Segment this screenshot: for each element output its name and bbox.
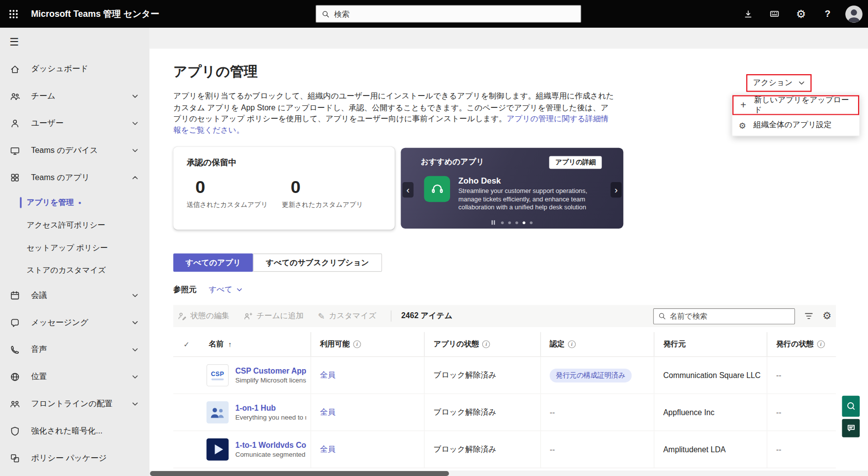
app-subtitle: Everything you need to r	[235, 414, 306, 422]
chevron-down-icon	[132, 346, 138, 353]
customize-button[interactable]: ✎ カスタマイズ	[318, 311, 376, 321]
column-header-publisher[interactable]: 発行元	[654, 332, 767, 356]
filter-button[interactable]	[804, 311, 814, 321]
global-search-input[interactable]	[334, 9, 575, 18]
carousel-prev-button[interactable]: ‹	[403, 182, 413, 197]
horizontal-scrollbar-thumb[interactable]	[150, 471, 449, 476]
carousel-title: おすすめのアプリ	[421, 157, 484, 167]
sidebar-item-policy-packages[interactable]: ポリシー パッケージ	[0, 444, 149, 472]
publisher: Amplitudenet LDA	[654, 431, 767, 468]
carousel-dot[interactable]	[515, 221, 518, 224]
sidebar-collapse-button[interactable]: ☰	[0, 28, 149, 55]
origin-filter-dropdown[interactable]: すべて	[209, 285, 242, 294]
sidebar-subitem-permission-policies[interactable]: アクセス許可ポリシー	[0, 214, 149, 237]
carousel-dot[interactable]	[508, 221, 511, 224]
table-row[interactable]: 1-on-1 Hub Everything you need to r 全員 ブ…	[173, 394, 836, 431]
sidebar-item-teams-apps[interactable]: Teams のアプリ	[0, 164, 149, 191]
chevron-down-icon	[236, 286, 242, 292]
sidebar-item-enhanced-encryption[interactable]: 強化された暗号化...	[0, 417, 149, 444]
page-description: アプリを割り当てるかブロックして、組織内のユーザー用にインストールできるアプリを…	[173, 90, 616, 136]
info-icon[interactable]: i	[817, 340, 825, 348]
account-avatar[interactable]	[845, 5, 863, 23]
sidebar-item-teams-devices[interactable]: Teams のデバイス	[0, 137, 149, 164]
row-checkbox[interactable]	[173, 431, 200, 468]
sidebar-subitem-manage-apps[interactable]: アプリを管理 ●	[0, 191, 149, 214]
column-header-publish-status[interactable]: 発行の状態 i	[767, 332, 836, 356]
app-name-link[interactable]: 1-on-1 Hub	[235, 403, 306, 412]
add-to-team-icon	[244, 312, 253, 321]
sidebar-item-teams[interactable]: チーム	[0, 83, 149, 110]
column-header-app-state[interactable]: アプリの状態 i	[424, 332, 540, 356]
keyboard-button[interactable]	[764, 3, 786, 25]
info-icon[interactable]: i	[482, 340, 490, 348]
topbar-actions: ⚙ ?	[737, 0, 863, 28]
table-search-input[interactable]	[670, 312, 790, 320]
sidebar-item-dashboard[interactable]: ダッシュボード	[0, 55, 149, 83]
select-all-checkbox[interactable]: ✓	[173, 332, 200, 356]
waffle-menu-button[interactable]	[0, 0, 27, 28]
info-icon[interactable]: i	[568, 340, 576, 348]
actions-dropdown-button[interactable]: アクション	[746, 74, 812, 92]
pause-button[interactable]	[492, 220, 495, 225]
carousel-dot-active[interactable]	[523, 221, 526, 224]
one-on-one-hub-logo	[206, 401, 228, 424]
chevron-up-icon	[132, 174, 138, 181]
tab-all-subscriptions[interactable]: すべてのサブスクリプション	[253, 253, 382, 272]
column-header-certification[interactable]: 認定 i	[540, 332, 653, 356]
sort-ascending-icon: ↑	[228, 340, 231, 348]
card-title: 承認の保留中	[186, 158, 381, 168]
sidebar-subitem-store-customization[interactable]: ストアのカスタマイズ	[0, 259, 149, 282]
feedback-icon	[846, 401, 856, 411]
column-header-name[interactable]: 名前 ↑	[200, 332, 311, 356]
home-icon	[10, 64, 20, 74]
sidebar-item-voice[interactable]: 音声	[0, 336, 149, 363]
search-icon	[321, 10, 329, 18]
row-checkbox[interactable]	[173, 357, 200, 393]
sidebar-item-users[interactable]: ユーザー	[0, 109, 149, 137]
available-to-link[interactable]: 全員	[311, 394, 424, 430]
menu-item-org-wide-app-settings[interactable]: ⚙ 組織全体のアプリ設定	[732, 115, 859, 135]
header-strip	[149, 28, 868, 49]
table-row[interactable]: CSP CSP Customer App Simplify Microsoft …	[173, 357, 836, 394]
help-button[interactable]: ?	[817, 3, 839, 25]
sidebar-item-messaging[interactable]: メッセージング	[0, 309, 149, 336]
global-search[interactable]	[316, 5, 581, 23]
sidebar-subitem-setup-policies[interactable]: セットアップ ポリシー	[0, 237, 149, 259]
play-icon	[215, 444, 223, 454]
settings-button[interactable]: ⚙	[790, 3, 812, 25]
edit-status-button[interactable]: 状態の編集	[178, 311, 229, 321]
publish-status: --	[767, 394, 836, 430]
tab-all-apps[interactable]: すべてのアプリ	[173, 253, 253, 272]
available-to-link[interactable]: 全員	[311, 357, 424, 393]
sidebar-item-meetings[interactable]: 会議	[0, 282, 149, 309]
chevron-right-icon: ›	[615, 185, 618, 194]
zoho-desk-logo	[424, 176, 450, 202]
app-name-link[interactable]: CSP Customer App	[235, 367, 306, 376]
carousel-next-button[interactable]: ›	[611, 182, 622, 197]
column-header-available[interactable]: 利用可能 i	[311, 332, 424, 356]
carousel-dot[interactable]	[501, 221, 504, 224]
available-to-link[interactable]: 全員	[311, 431, 424, 468]
add-to-team-button[interactable]: チームに追加	[244, 311, 304, 321]
download-button[interactable]	[737, 3, 759, 25]
table-search[interactable]	[653, 308, 795, 324]
feedback-button[interactable]	[842, 396, 860, 417]
sidebar-item-frontline[interactable]: フロントラインの配置	[0, 390, 149, 418]
table-row[interactable]: 1-to-1 Worldvds Con Comunicate segmented…	[173, 431, 836, 468]
horizontal-scrollbar-track[interactable]	[149, 471, 868, 476]
app-state: ブロック解除済み	[424, 357, 540, 393]
app-list-tabs: すべてのアプリ すべてのサブスクリプション	[173, 253, 381, 272]
hamburger-icon: ☰	[9, 35, 19, 48]
chat-bubble-icon	[846, 424, 856, 433]
row-checkbox[interactable]	[173, 394, 200, 430]
stat-submitted-custom-apps: 0 送信されたカスタムアプリ	[186, 177, 274, 210]
chat-widget-button[interactable]	[842, 419, 860, 437]
app-details-button[interactable]: アプリの詳細	[549, 156, 601, 169]
column-settings-button[interactable]: ⚙	[822, 311, 831, 321]
carousel-dot[interactable]	[530, 221, 533, 224]
sidebar-item-locations[interactable]: 位置	[0, 363, 149, 390]
chevron-left-icon: ‹	[407, 185, 410, 194]
info-icon[interactable]: i	[353, 340, 361, 348]
app-name-link[interactable]: 1-to-1 Worldvds Con	[235, 440, 306, 449]
menu-item-upload-new-app[interactable]: + 新しいアプリをアップロード	[732, 95, 859, 115]
